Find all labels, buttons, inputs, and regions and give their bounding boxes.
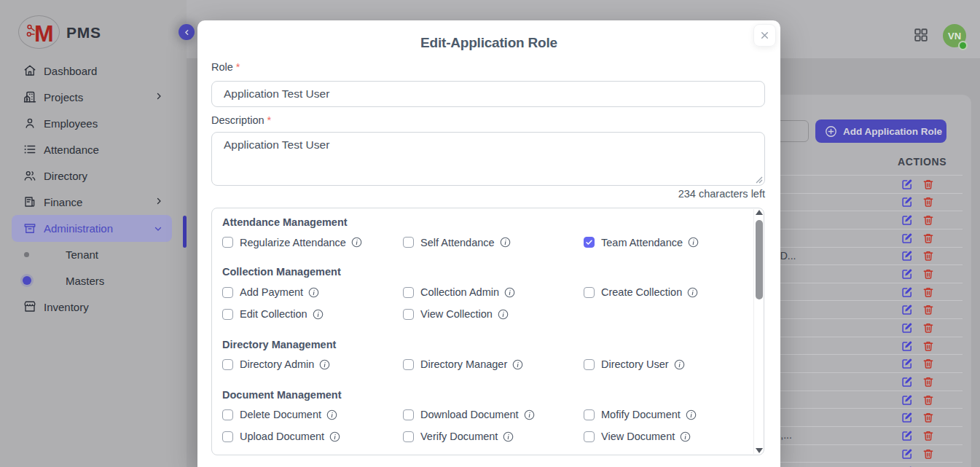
svg-text:M: M bbox=[34, 20, 54, 46]
